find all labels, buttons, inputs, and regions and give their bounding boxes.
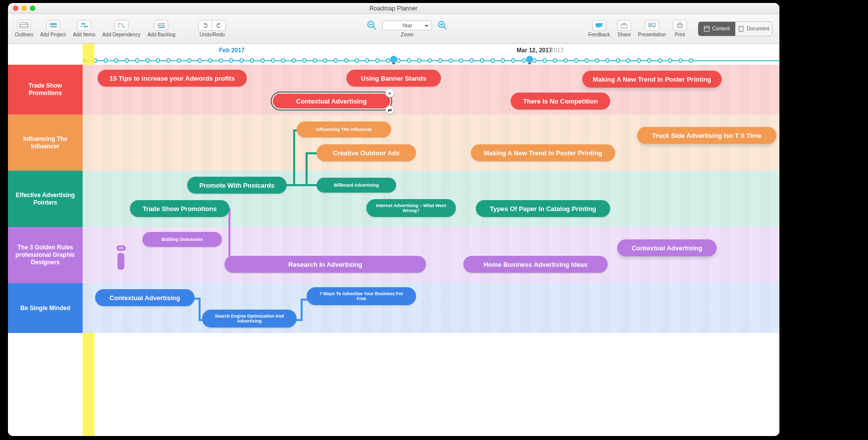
item-contextual-blue[interactable]: Contextual Advertising — [95, 289, 195, 306]
handle-link[interactable]: ⇄ — [385, 106, 394, 114]
timeline-tick — [595, 58, 599, 63]
item-poster-trend-ext[interactable]: Making A New Trend In Poster Printing — [582, 71, 722, 88]
milestone-1[interactable]: #1 — [116, 245, 126, 270]
timeline-tick — [511, 58, 516, 63]
view-document-button[interactable]: Document — [735, 22, 772, 36]
milestone-bar — [117, 253, 124, 270]
date-cursor: Mar 12, 2017 — [517, 47, 552, 54]
add-items-icon: + — [77, 20, 91, 31]
feedback-button[interactable]: + Feedback — [588, 20, 610, 37]
timeline-tick — [647, 58, 651, 63]
fullscreen-dot[interactable] — [30, 5, 35, 11]
print-button[interactable]: Print — [673, 20, 687, 37]
app-window: Roadmap Planner Outlines + Add Project +… — [8, 3, 779, 436]
timeline-tick — [375, 58, 380, 63]
item-contextual-purple-ext[interactable]: Contextual Advertising — [617, 239, 717, 256]
timeline-tick — [302, 58, 307, 63]
item-creative-outdoor[interactable]: Creative Outdoor Ads — [317, 144, 416, 161]
svg-point-11 — [123, 26, 125, 28]
svg-rect-35 — [704, 26, 709, 31]
svg-text:+: + — [49, 22, 52, 26]
outlines-button[interactable]: Outlines — [15, 20, 33, 37]
zoom-out-button[interactable] — [366, 20, 377, 31]
item-7-ways[interactable]: 7 Ways To Advertise Your Business For Fr… — [307, 287, 416, 305]
timeline-tick — [490, 58, 495, 63]
item-internet-wrong[interactable]: Internet Advertising – What Went Wrong? — [366, 199, 456, 217]
item-billboard[interactable]: Billboard Advertising — [317, 178, 396, 193]
timeline-tick — [605, 58, 610, 63]
presentation-button[interactable]: Presentation — [638, 20, 666, 37]
share-icon — [617, 20, 631, 31]
lane-label-3[interactable]: The 3 Golden Rules professional Graphic … — [8, 227, 83, 283]
redo-icon[interactable] — [212, 20, 226, 31]
lane-label-2[interactable]: Effective Advertising Pointers — [8, 171, 83, 227]
item-home-biz[interactable]: Home Business Advertising Ideas — [463, 256, 608, 273]
item-paper-types[interactable]: Types Of Paper In Catalog Printing — [476, 200, 610, 217]
svg-rect-33 — [678, 23, 681, 24]
item-seo-adv[interactable]: Search Engine Optimization And Advertisi… — [202, 310, 297, 328]
timeline-cursor-secondary[interactable] — [526, 56, 533, 63]
item-no-competition[interactable]: There Is No Competition — [511, 93, 610, 110]
traffic-lights — [13, 5, 35, 11]
timeline-tick — [354, 58, 359, 63]
timeline-tick — [218, 58, 223, 63]
view-content-button[interactable]: Content — [698, 22, 735, 36]
timeline-tick — [365, 58, 369, 63]
item-truck-side-ext[interactable]: Truck Side Advertising Isn T It Time — [637, 127, 776, 144]
lane-label-1[interactable]: Influencing The Influencer — [8, 114, 83, 171]
minimize-dot[interactable] — [21, 5, 27, 11]
timeline-tick — [386, 58, 390, 63]
print-label: Print — [675, 32, 685, 37]
item-poster-trend-2[interactable]: Making A New Trend In Poster Printing — [471, 144, 615, 161]
lane-label-0[interactable]: Trade Show Promotions — [8, 65, 83, 114]
svg-rect-8 — [83, 26, 88, 27]
item-influencing[interactable]: Influencing The Influencer — [297, 121, 391, 137]
add-backlog-label: Add Backlog — [147, 32, 175, 37]
undo-icon[interactable] — [198, 20, 212, 31]
share-button[interactable]: Share — [617, 20, 631, 37]
titlebar: Roadmap Planner — [8, 3, 779, 14]
svg-line-31 — [653, 26, 654, 28]
lane-label-4[interactable]: Be Single Minded — [8, 283, 83, 333]
item-trade-show[interactable]: Trade Show Promotions — [130, 200, 229, 217]
svg-line-30 — [650, 26, 651, 28]
timeline-tick — [313, 58, 317, 63]
feedback-label: Feedback — [588, 32, 610, 37]
item-adwords-tips[interactable]: 15 Tips to increase your Adwords profits — [98, 70, 247, 87]
add-backlog-button[interactable]: + Add Backlog — [147, 20, 175, 37]
zoom-in-button[interactable] — [437, 20, 448, 31]
timeline-tick — [678, 58, 683, 63]
timeline-tick — [239, 58, 244, 63]
content-icon — [704, 26, 710, 32]
timeline-tick — [198, 58, 202, 63]
close-dot[interactable] — [13, 5, 18, 11]
add-items-label: Add Items — [73, 32, 95, 37]
outlines-label: Outlines — [15, 32, 33, 37]
timeline-tick — [584, 58, 589, 63]
svg-line-19 — [373, 26, 376, 29]
item-promote-postcards[interactable]: Promote With Postcards — [187, 177, 287, 194]
timeline-track[interactable]: /* ticks generated below via JS */ — [83, 58, 779, 64]
timeline-tick — [344, 58, 348, 63]
item-banner-stands[interactable]: Using Banner Stands — [346, 70, 441, 87]
timeline-tick — [553, 58, 557, 63]
timeline-cursor[interactable] — [390, 56, 397, 63]
undo-redo-button[interactable]: Undo/Redo — [198, 20, 226, 37]
add-dependency-button[interactable]: + Add Dependency — [102, 20, 140, 37]
outlines-icon — [17, 20, 31, 31]
timeline-tick — [177, 58, 181, 63]
item-research-adv[interactable]: Research In Advertising — [224, 256, 426, 273]
timeline-tick — [689, 58, 693, 63]
item-contextual-advertising-selected[interactable]: Contextual Advertising — [272, 93, 391, 110]
handle-plus[interactable]: + — [385, 89, 394, 98]
add-items-button[interactable]: + Add Items — [73, 20, 95, 37]
add-project-button[interactable]: + Add Project — [40, 20, 66, 37]
svg-rect-28 — [650, 24, 651, 26]
svg-rect-37 — [739, 26, 743, 31]
zoom-level-select[interactable]: Year — [382, 20, 432, 30]
svg-point-3 — [26, 23, 27, 24]
timeline-tick — [448, 58, 453, 63]
item-bidding-dir[interactable]: Bidding Directories — [142, 232, 222, 247]
svg-text:+: + — [117, 24, 120, 29]
zoom-group: Year Zoom — [366, 20, 448, 37]
